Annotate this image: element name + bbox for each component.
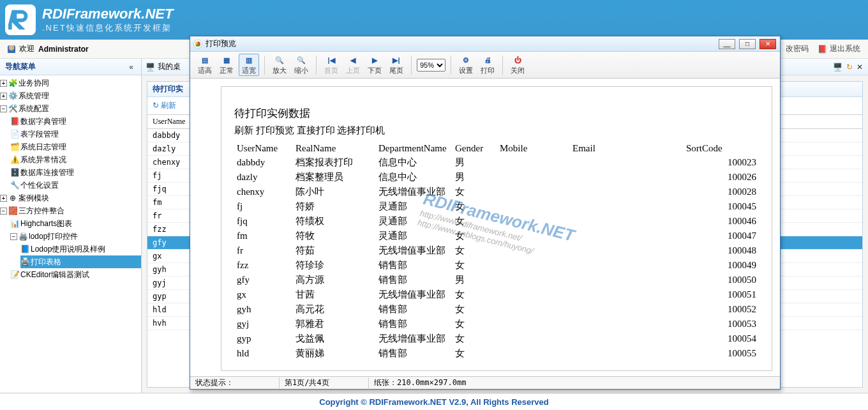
nav-tree: +🧩业务协同 +⚙️系统管理 −🛠️系统配置 📕数据字典管理 📄表字段管理 🗂️… (0, 75, 141, 393)
status-paper: 纸张：210.0mm×297.0mm (369, 377, 466, 388)
footer: Copyright © RDIFramework.NET V2.9, All R… (0, 393, 868, 410)
tb-next[interactable]: ▶下页 (365, 54, 384, 75)
paper-heading: 待打印实例数据 (234, 106, 759, 121)
tb-fit-height[interactable]: ▤适高 (195, 54, 214, 75)
collapse-icon[interactable]: « (126, 63, 136, 72)
tb-print[interactable]: 🖨打印 (478, 54, 497, 75)
dialog-titlebar[interactable]: 打印预览 __ □ ✕ (190, 36, 780, 52)
refresh-button[interactable]: ↻ 刷新 (153, 100, 176, 111)
print-paper: 待打印实例数据 刷新 打印预览 直接打印 选择打印机 UserName Real… (221, 86, 772, 371)
nav-business[interactable]: +🧩业务协同 (0, 77, 141, 89)
tb-first[interactable]: |◀首页 (322, 54, 341, 75)
tb-settings[interactable]: ⚙设置 (456, 54, 475, 75)
table-row: gyh高元花销售部女100052 (234, 302, 759, 317)
nav-syscfg[interactable]: −🛠️系统配置 📕数据字典管理 📄表字段管理 🗂️系统日志管理 ⚠️系统异常情况… (0, 102, 141, 192)
table-row: dazly档案整理员信息中心男100026 (234, 170, 759, 185)
table-row: gyp戈益佩无线增值事业部女100054 (234, 331, 759, 346)
close-button[interactable]: ✕ (760, 39, 776, 49)
welcome-prefix: 欢迎 (19, 43, 34, 54)
sidebar: 导航菜单 « +🧩业务协同 +⚙️系统管理 −🛠️系统配置 📕数据字典管理 📄表… (0, 59, 142, 393)
table-row: fr符茹无线增值事业部女100048 (234, 243, 759, 258)
dialog-toolbar: ▤适高 ▦正常 ▥适宽 🔍放大 🔍缩小 |◀首页 ◀上页 ▶下页 ▶|尾页 95… (190, 52, 780, 79)
table-row: gx甘茜无线增值事业部女100051 (234, 287, 759, 302)
nav-title: 导航菜单 (5, 61, 36, 72)
dialog-statusbar: 状态提示： 第1页/共4页 纸张：210.0mm×297.0mm (190, 376, 780, 389)
table-row: gfy高方源销售部男100050 (234, 273, 759, 287)
nav-sysmgr[interactable]: +⚙️系统管理 (0, 89, 141, 102)
table-row: chenxy陈小叶无线增值事业部女100028 (234, 185, 759, 199)
nav-thirdparty[interactable]: −🧱三方控件整合 📊Highcharts图表 −🖨️lodop打印控件 📘Lod… (0, 204, 141, 281)
tab-close-icon[interactable]: ✕ (857, 63, 863, 72)
table-row: fjq符绩权灵通部女100046 (234, 214, 759, 229)
nav-exception[interactable]: ⚠️系统异常情况 (10, 153, 141, 166)
logo-icon (5, 4, 36, 35)
tb-close[interactable]: ⏻关闭 (508, 54, 527, 75)
print-preview-dialog: 打印预览 __ □ ✕ ▤适高 ▦正常 ▥适宽 🔍放大 🔍缩小 |◀首页 ◀上页… (190, 36, 781, 390)
nav-samples[interactable]: +⊕案例模块 (0, 192, 141, 204)
tab-desktop[interactable]: 🖥️ 我的桌 (146, 61, 181, 72)
nav-lodop-doc[interactable]: 📘Lodop使用说明及样例 (20, 243, 141, 255)
app-title: RDIFramework.NET (42, 6, 173, 22)
nav-dbconn[interactable]: 🗄️数据库连接管理 (10, 166, 141, 179)
nav-ckeditor[interactable]: 📝CKEditor编辑器测试 (10, 268, 141, 281)
tb-normal[interactable]: ▦正常 (217, 54, 236, 75)
th-user: UserName (234, 142, 293, 155)
top-banner: RDIFramework.NET .NET快速信息化系统开发框架 (0, 0, 868, 40)
welcome-user: Administrator (38, 45, 89, 54)
status-hint: 状态提示： (190, 377, 280, 388)
minimize-button[interactable]: __ (719, 39, 735, 49)
paper-sub: 刷新 打印预览 直接打印 选择打印机 (234, 125, 759, 137)
nav-dict[interactable]: 📕数据字典管理 (10, 115, 141, 128)
table-row: fm符牧灵通部女100047 (234, 229, 759, 243)
nav-lodop[interactable]: −🖨️lodop打印控件 📘Lodop使用说明及样例 🖨️打印表格 (10, 230, 141, 268)
chrome-icon (194, 40, 202, 48)
maximize-button[interactable]: □ (739, 39, 756, 49)
status-page: 第1页/共4页 (280, 377, 369, 388)
dialog-title: 打印预览 (206, 38, 236, 49)
th-gender: Gender (453, 142, 497, 155)
tab-monitor-icon[interactable]: 🖥️ (833, 63, 842, 72)
nav-personal[interactable]: 🔧个性化设置 (10, 179, 141, 192)
nav-print-table[interactable]: 🖨️打印表格 (20, 255, 141, 268)
tb-prev[interactable]: ◀上页 (343, 54, 363, 75)
nav-syslog[interactable]: 🗂️系统日志管理 (10, 140, 141, 153)
th-real: RealName (293, 142, 376, 155)
user-icon (8, 45, 15, 53)
app-subtitle: .NET快速信息化系统开发框架 (42, 22, 173, 34)
tab-refresh-icon[interactable]: ↻ (846, 63, 853, 72)
table-row: gyj郭雅君销售部女100053 (234, 317, 759, 331)
table-row: hld黄丽娣销售部女100055 (234, 346, 759, 361)
th-email: Email (570, 142, 684, 155)
th-mobile: Mobile (497, 142, 570, 155)
tb-zoom-out[interactable]: 🔍缩小 (292, 54, 311, 75)
table-row: fzz符珍珍销售部女100049 (234, 258, 759, 273)
exit-system-link[interactable]: 📕 退出系统 (818, 43, 860, 54)
tb-fit-width[interactable]: ▥适宽 (239, 54, 259, 76)
nav-fields[interactable]: 📄表字段管理 (10, 128, 141, 140)
zoom-select[interactable]: 95% (417, 59, 445, 72)
table-row: fj符娇灵通部女100045 (234, 199, 759, 214)
table-row: dabbdy档案报表打印信息中心男100023 (234, 155, 759, 170)
th-dept: DepartmentName (376, 142, 453, 155)
tb-zoom-in[interactable]: 🔍放大 (270, 54, 289, 75)
tb-last[interactable]: ▶|尾页 (387, 54, 406, 75)
change-password-link[interactable]: 改密码 (786, 43, 809, 54)
nav-highcharts[interactable]: 📊Highcharts图表 (10, 217, 141, 230)
print-table: UserName RealName DepartmentName Gender … (234, 142, 759, 361)
th-sort: SortCode (684, 142, 759, 155)
